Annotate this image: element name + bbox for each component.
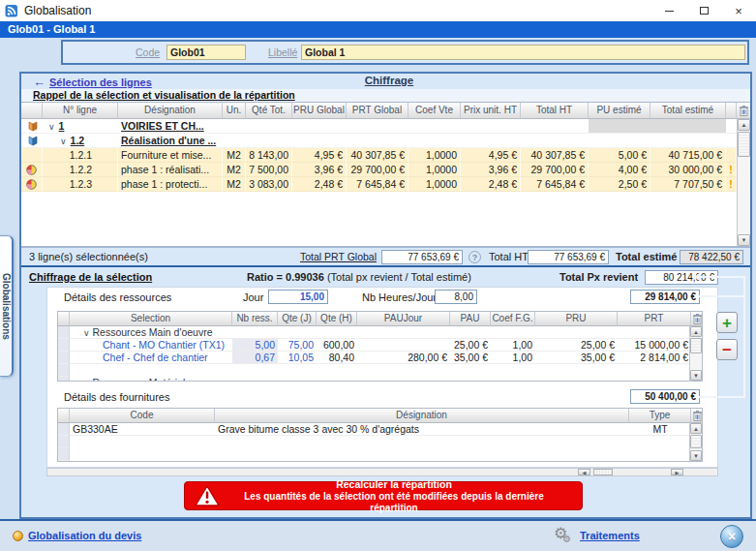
col-pau-jour[interactable]: PAUJour — [357, 312, 450, 326]
table-row[interactable]: Chef - Chef de chantier 0,67 10,05 80,40… — [58, 352, 702, 364]
chiffrage-panel: ←Sélection des lignes Chiffrage Rappel d… — [19, 72, 752, 519]
col-coef-fg[interactable]: Coef F.G. — [491, 312, 535, 326]
table-row[interactable] — [58, 436, 702, 448]
col-designation[interactable]: Désignation — [215, 409, 629, 423]
table-row[interactable]: ∨1.2 Réalisation d'une ... — [21, 134, 737, 148]
scrollbar-thumb[interactable] — [690, 435, 702, 448]
close-button[interactable]: × — [721, 0, 756, 21]
group-row[interactable]: ∨ Ressources Matériel — [58, 377, 702, 382]
chevron-down-icon[interactable]: ∨ — [48, 122, 55, 132]
scroll-left-icon[interactable]: ◀ — [578, 469, 590, 475]
tab-globalisations[interactable]: Globalisations — [0, 235, 14, 377]
cell-nb-ress[interactable]: 5,00 — [232, 339, 278, 352]
table-row[interactable]: 1.2.1 Fourniture et mise... M2 8 143,00 … — [21, 148, 737, 163]
ressources-total-field: 29 814,00 € — [630, 290, 700, 304]
total-ht-label: Total HT — [489, 251, 529, 262]
table-row[interactable]: GB330AE Grave bitume classe 3 avec 30 % … — [58, 423, 702, 436]
app-icon — [5, 4, 18, 17]
group-row[interactable]: ∨ Ressources Main d'oeuvre — [58, 326, 702, 339]
remove-resource-button[interactable]: − — [716, 339, 738, 360]
col-prt[interactable]: PRT Global — [347, 103, 408, 119]
globalisation-devis-link[interactable]: Globalisation du devis — [28, 530, 141, 541]
minimize-button[interactable] — [651, 0, 686, 21]
help-icon[interactable]: ? — [469, 251, 481, 263]
cell-total-est: 30 000,00 € — [650, 163, 726, 177]
vertical-scrollbar[interactable]: ▲ ▼ — [689, 423, 702, 461]
cell-num: 1.2.3 — [43, 177, 118, 192]
nb-heures-field[interactable]: 8,00 — [435, 290, 477, 304]
cell-qte-j[interactable]: 75,00 — [278, 339, 317, 352]
col-num[interactable]: N° ligne — [43, 103, 118, 119]
scroll-right-icon[interactable]: ▶ — [671, 469, 683, 475]
table-row[interactable] — [58, 448, 702, 461]
scrollbar-thumb[interactable] — [593, 469, 613, 475]
modified-alert-icon: ! — [726, 177, 737, 192]
col-pau[interactable]: PAU — [450, 312, 491, 326]
cell-pau: 35,00 € — [450, 352, 491, 364]
section-divider — [21, 265, 750, 267]
cell-un: M2 — [223, 177, 246, 192]
col-prt[interactable]: PRT — [618, 312, 691, 326]
ressources-table: Selection Nb ress. Qte (J) Qte (H) PAUJo… — [57, 311, 703, 382]
scroll-up-icon[interactable]: ▲ — [690, 423, 702, 434]
gears-icon: ⚙⚙ — [554, 524, 571, 544]
vertical-scrollbar[interactable]: ▲ ▼ — [689, 326, 702, 381]
close-round-button[interactable]: × — [720, 525, 743, 548]
scrollbar-thumb[interactable] — [738, 132, 750, 157]
scroll-up-icon[interactable]: ▲ — [690, 326, 702, 337]
chevron-down-icon[interactable]: ∨ — [83, 379, 90, 382]
chevron-down-icon[interactable]: ∨ — [83, 328, 90, 338]
col-qte[interactable]: Qté Tot. — [246, 103, 292, 119]
col-pru[interactable]: PRU Global — [292, 103, 347, 119]
cell-un: M2 — [223, 148, 246, 163]
column-menu-icon[interactable] — [691, 312, 703, 326]
jour-field[interactable]: 15,00 — [268, 290, 328, 304]
scroll-up-icon[interactable]: ▲ — [738, 119, 750, 131]
table-row[interactable]: Chant - MO Chantier (TX1) 5,00 75,00 600… — [58, 339, 702, 352]
code-input[interactable] — [166, 45, 246, 60]
maximize-button[interactable] — [686, 0, 721, 21]
col-pru[interactable]: PRU — [535, 312, 618, 326]
scroll-down-icon[interactable]: ▼ — [738, 234, 750, 246]
table-row[interactable]: ∨1 VOIRIES ET CH... — [21, 119, 737, 134]
vertical-scrollbar[interactable]: ▲ ▼ — [737, 119, 750, 246]
horizontal-scrollbar[interactable]: ◀ ▶ — [46, 468, 718, 476]
libelle-input[interactable] — [301, 45, 745, 60]
col-un[interactable]: Un. — [223, 103, 246, 119]
col-selection[interactable]: Selection — [70, 312, 232, 326]
cell-coef-fg: 1,00 — [491, 352, 535, 364]
back-to-selection-link[interactable]: ←Sélection des lignes — [33, 75, 152, 89]
col-designation[interactable]: Désignation — [118, 103, 223, 119]
cell-pau-jour — [357, 339, 450, 352]
column-menu-icon[interactable] — [691, 409, 703, 423]
traitements-link[interactable]: Traitements — [580, 530, 640, 541]
col-pu-est[interactable]: PU estimé — [589, 103, 650, 119]
table-row[interactable] — [58, 364, 702, 377]
recalculate-warning-button[interactable]: Recalculer la répartition Les quantités … — [184, 481, 583, 510]
column-menu-icon[interactable] — [737, 103, 750, 119]
cell-qte-j[interactable]: 10,05 — [278, 352, 317, 364]
col-nb-ress[interactable]: Nb ress. — [232, 312, 278, 326]
chevron-down-icon[interactable]: ∨ — [60, 137, 67, 146]
scroll-down-icon[interactable]: ▼ — [690, 450, 702, 461]
connector-line — [699, 396, 743, 398]
col-qte-h[interactable]: Qte (H) — [317, 312, 357, 326]
cell-total-est: 40 715,00 € — [650, 148, 726, 163]
col-pu-ht[interactable]: Prix unit. HT — [461, 103, 521, 119]
col-code[interactable]: Code — [70, 409, 215, 423]
col-type[interactable]: Type — [629, 409, 691, 423]
col-total-est[interactable]: Total estimé — [650, 103, 726, 119]
add-resource-button[interactable]: + — [716, 312, 738, 333]
table-row[interactable]: 1.2.2 phase 1 : réalisati... M2 7 500,00… — [21, 163, 737, 177]
cell-coef: 1,0000 — [408, 163, 461, 177]
resource-link[interactable]: Chant - MO Chantier (TX1) — [70, 339, 232, 352]
table-row[interactable]: 1.2.3 phase 1 : protecti... M2 3 083,00 … — [21, 177, 737, 192]
scrollbar-thumb[interactable] — [690, 338, 702, 353]
col-total-ht[interactable]: Total HT — [521, 103, 589, 119]
scroll-down-icon[interactable]: ▼ — [690, 370, 702, 381]
cell-prt: 40 307,85 € — [347, 148, 408, 163]
col-qte-j[interactable]: Qte (J) — [278, 312, 317, 326]
cell-nb-ress[interactable]: 0,67 — [232, 352, 278, 364]
col-coef[interactable]: Coef Vte — [408, 103, 461, 119]
resource-link[interactable]: Chef - Chef de chantier — [70, 352, 232, 364]
